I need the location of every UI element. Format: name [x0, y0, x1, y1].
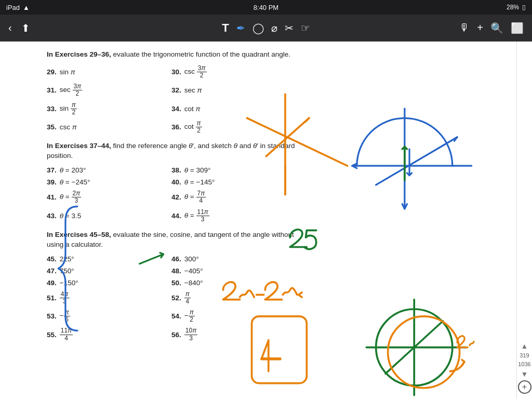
- ex-num-52: 52.: [171, 294, 181, 302]
- exercise-row-39-40: 39. θ = −245° 40. θ = −145°: [47, 178, 511, 186]
- ex-expr-32: sec π: [184, 86, 202, 94]
- ex-expr-31: sec 3π2: [60, 83, 83, 97]
- main-content: In Exercises 29–36, evaluate the trigono…: [0, 42, 532, 399]
- scroll-up-arrow[interactable]: ▲: [521, 342, 528, 350]
- exercise-41: 41. θ = 2π3: [47, 190, 171, 204]
- ex-expr-56: 10π3: [184, 327, 197, 341]
- exercise-row-31-32: 31. sec 3π2 32. sec π: [47, 83, 511, 97]
- exercise-row-49-50: 49. −150° 50. −840°: [47, 279, 511, 287]
- exercise-row-55-56: 55. 11π4 56. 10π3: [47, 327, 511, 341]
- section-45-58: In Exercises 45–58, evaluate the sine, c…: [47, 230, 511, 342]
- exercise-row-43-44: 43. θ = 3.5 44. θ = 11π3: [47, 209, 511, 223]
- exercise-56: 56. 10π3: [171, 327, 296, 341]
- search-button[interactable]: 🔍: [490, 22, 503, 34]
- ex-num-33: 33.: [47, 105, 57, 113]
- time-display: 8:40 PM: [254, 4, 278, 11]
- total-pages: 1036: [518, 361, 530, 368]
- ex-expr-34: cot π: [184, 105, 201, 113]
- mic-button[interactable]: 🎙: [459, 22, 470, 34]
- exercise-33: 33. sin π2: [47, 102, 171, 116]
- ex-expr-51: 4π3: [60, 291, 70, 305]
- exercise-47: 47. 750°: [47, 267, 171, 275]
- ex-num-50: 50.: [171, 279, 181, 287]
- ex-num-54: 54.: [171, 312, 181, 320]
- ex-num-56: 56.: [171, 331, 181, 339]
- section-45-58-title: In Exercises 45–58, evaluate the sine, c…: [47, 230, 296, 250]
- ex-num-48: 48.: [171, 267, 181, 275]
- section-29-36-title: In Exercises 29–36, evaluate the trigono…: [47, 50, 296, 60]
- exercise-50: 50. −840°: [171, 279, 296, 287]
- ex-num-30: 30.: [171, 68, 181, 76]
- marker-tool[interactable]: ◯: [252, 22, 264, 34]
- add-button[interactable]: +: [477, 22, 483, 34]
- scissors-tool[interactable]: ✂: [285, 22, 294, 34]
- toolbar: ‹ ⬆ T ✒ ◯ ⌀ ✂ ☞ 🎙 + 🔍 ⬜: [0, 15, 532, 42]
- ex-expr-44: θ = 11π3: [184, 209, 209, 223]
- ex-num-29: 29.: [47, 68, 57, 76]
- exercise-row-53-54: 53. −π6 54. −π2: [47, 309, 511, 323]
- ex-expr-53: −π6: [60, 309, 70, 323]
- view-button[interactable]: ⬜: [511, 22, 524, 34]
- ex-expr-30: csc 3π2: [184, 65, 207, 79]
- exercise-51: 51. 4π3: [47, 291, 171, 305]
- section-37-44: In Exercises 37–44, find the reference a…: [47, 141, 511, 223]
- left-bracket-area: [0, 42, 42, 399]
- exercise-40: 40. θ = −145°: [171, 178, 296, 186]
- ex-num-40: 40.: [171, 178, 181, 186]
- ipad-label: iPad: [6, 4, 20, 11]
- text-tool[interactable]: T: [222, 21, 229, 35]
- ex-expr-38: θ = 309°: [184, 166, 211, 174]
- ex-expr-29: sin π: [60, 68, 75, 76]
- exercise-49: 49. −150°: [47, 279, 171, 287]
- back-button[interactable]: ‹: [8, 22, 12, 34]
- pen-tool[interactable]: ✒: [236, 22, 245, 34]
- exercise-row-45-46: 45. 225° 46. 300°: [47, 255, 511, 263]
- ex-expr-42: θ = 7π4: [184, 190, 206, 204]
- ex-expr-36: cot π2: [184, 120, 202, 134]
- ex-num-45: 45.: [47, 255, 57, 263]
- ex-num-43: 43.: [47, 212, 57, 220]
- ex-num-34: 34.: [171, 105, 181, 113]
- exercise-row-33-34: 33. sin π2 34. cot π: [47, 102, 511, 116]
- exercise-row-41-42: 41. θ = 2π3 42. θ = 7π4: [47, 190, 511, 204]
- exercise-31: 31. sec 3π2: [47, 83, 171, 97]
- ex-expr-33: sin π2: [60, 102, 77, 116]
- hand-tool[interactable]: ☞: [301, 22, 310, 34]
- exercise-row-47-48: 47. 750° 48. −405°: [47, 267, 511, 275]
- battery-label: 28%: [507, 4, 519, 11]
- exercise-44: 44. θ = 11π3: [171, 209, 296, 223]
- ex-expr-37: θ = 203°: [60, 166, 86, 174]
- ex-num-53: 53.: [47, 312, 57, 320]
- status-bar: iPad ▲ 8:40 PM 28% ▯: [0, 0, 532, 15]
- exercise-30: 30. csc 3π2: [171, 65, 296, 79]
- ex-expr-39: θ = −245°: [60, 178, 90, 186]
- exercise-row-29-30: 29. sin π 30. csc 3π2: [47, 65, 511, 79]
- exercise-39: 39. θ = −245°: [47, 178, 171, 186]
- exercise-row-35-36: 35. csc π 36. cot π2: [47, 120, 511, 134]
- ex-num-37: 37.: [47, 166, 57, 174]
- current-page: 319: [520, 352, 529, 359]
- ex-num-35: 35.: [47, 123, 57, 131]
- exercise-55: 55. 11π4: [47, 327, 171, 341]
- ex-expr-47: 750°: [60, 267, 74, 275]
- right-sidebar: ▲ 319 1036 ▼ +: [516, 42, 532, 399]
- lasso-tool[interactable]: ⌀: [271, 22, 277, 34]
- ex-num-38: 38.: [171, 166, 181, 174]
- ex-expr-35: csc π: [60, 123, 77, 131]
- exercise-54: 54. −π2: [171, 309, 296, 323]
- ex-num-39: 39.: [47, 178, 57, 186]
- ex-num-44: 44.: [171, 212, 181, 220]
- ex-expr-45: 225°: [60, 255, 74, 263]
- ex-num-41: 41.: [47, 193, 57, 201]
- share-button[interactable]: ⬆: [21, 22, 30, 34]
- ex-num-42: 42.: [171, 193, 181, 201]
- exercise-45: 45. 225°: [47, 255, 171, 263]
- content-area: In Exercises 29–36, evaluate the trigono…: [42, 42, 516, 399]
- scroll-down-arrow[interactable]: ▼: [521, 370, 528, 378]
- exercise-row-51-52: 51. 4π3 52. π4: [47, 291, 511, 305]
- section-37-44-title: In Exercises 37–44, find the reference a…: [47, 141, 296, 161]
- zoom-button[interactable]: +: [518, 380, 531, 394]
- ex-num-47: 47.: [47, 267, 57, 275]
- ex-expr-40: θ = −145°: [184, 178, 215, 186]
- exercise-42: 42. θ = 7π4: [171, 190, 296, 204]
